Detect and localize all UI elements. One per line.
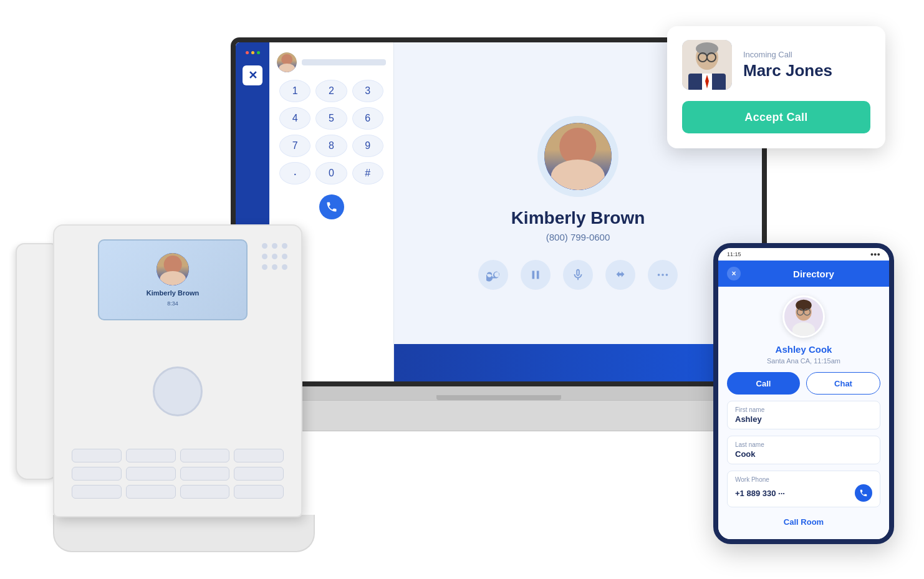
caller-photo [682, 40, 732, 90]
key-5[interactable]: 5 [315, 107, 347, 130]
key-dot[interactable]: · [279, 162, 310, 184]
key-0[interactable]: 0 [315, 162, 347, 184]
key-8[interactable]: 8 [315, 135, 347, 157]
key-6[interactable]: 6 [352, 107, 383, 130]
key-1[interactable]: 1 [279, 80, 310, 102]
phone-key[interactable] [234, 485, 284, 499]
key-3[interactable]: 3 [352, 80, 383, 102]
mobile-first-name-field: First name Ashley [727, 401, 880, 429]
phone-key[interactable] [234, 449, 284, 462]
svg-point-5 [696, 42, 718, 55]
phone-key[interactable] [180, 467, 230, 481]
status-icons: ●●● [870, 251, 880, 257]
caller-info: Incoming Call Marc Jones [743, 50, 870, 80]
call-action-hold[interactable] [521, 260, 551, 290]
key-hash[interactable]: # [352, 162, 383, 184]
last-name-value: Cook [735, 449, 872, 459]
app-logo: ✕ [243, 65, 262, 85]
mobile-contact-name: Ashley Cook [776, 344, 832, 355]
contact-phone: (800) 799-0600 [546, 232, 610, 242]
phone-key[interactable] [180, 485, 230, 499]
mobile-status-bar: 11:15 ●●● [718, 248, 889, 261]
phone-screen: Kimberly Brown 8:34 [98, 239, 248, 320]
phone-key[interactable] [234, 467, 284, 481]
dot-red [246, 51, 249, 54]
caller-name: Marc Jones [743, 62, 870, 80]
mobile-last-name-field: Last name Cook [727, 436, 880, 464]
dialer-name-bar [302, 59, 386, 65]
mobile-chat-button[interactable]: Chat [806, 372, 880, 395]
first-name-label: First name [735, 406, 872, 413]
dot-green [257, 51, 260, 54]
mobile-close-button[interactable]: × [727, 267, 741, 280]
dialer-call-button[interactable] [319, 194, 344, 219]
mobile-action-row: Call Chat [727, 372, 880, 395]
phone-screen-name: Kimberly Brown [147, 289, 199, 297]
phone-body: Kimberly Brown 8:34 [53, 224, 302, 517]
mobile-contact-location: Santa Ana CA, 11:15am [767, 357, 840, 365]
phone-screen-time: 8:34 [167, 300, 178, 307]
work-phone-label: Work Phone [735, 476, 872, 483]
svg-point-2 [666, 274, 668, 276]
key-2[interactable]: 2 [315, 80, 347, 102]
dot-yellow [251, 51, 254, 54]
desk-phone: Kimberly Brown 8:34 [34, 224, 296, 555]
traffic-lights [246, 51, 260, 54]
scene: ✕ 1 2 3 4 5 [0, 0, 924, 579]
contact-avatar [544, 123, 612, 190]
mobile-header-title: Directory [747, 269, 880, 279]
incoming-call-label: Incoming Call [743, 50, 870, 59]
phone-key[interactable] [126, 485, 176, 499]
phone-nav-cluster[interactable] [153, 366, 203, 416]
phone-key[interactable] [72, 449, 122, 462]
phone-big-keypad [72, 449, 284, 499]
key-4[interactable]: 4 [279, 107, 310, 130]
accept-call-button[interactable]: Accept Call [682, 101, 870, 133]
call-action-more[interactable] [648, 260, 678, 290]
dialer-keypad[interactable]: 1 2 3 4 5 6 7 8 9 · 0 # [277, 80, 386, 184]
mobile-header: × Directory [718, 261, 889, 287]
svg-point-14 [796, 300, 812, 311]
dialer-header [277, 52, 386, 72]
last-name-label: Last name [735, 441, 872, 448]
work-phone-row: +1 889 330 ··· [735, 484, 872, 502]
phone-key[interactable] [72, 485, 122, 499]
mobile-directory-card: 11:15 ●●● × Directory [713, 243, 894, 544]
first-name-value: Ashley [735, 414, 872, 424]
status-time: 11:15 [727, 251, 741, 257]
phone-key[interactable] [72, 467, 122, 481]
svg-point-1 [662, 274, 664, 276]
dialer-avatar [277, 52, 297, 72]
screen-footer-bar [394, 344, 762, 381]
phone-keypad-dots [262, 243, 287, 270]
svg-point-0 [658, 274, 660, 276]
phone-screen-avatar [156, 253, 189, 285]
phone-key[interactable] [180, 449, 230, 462]
contact-name: Kimberly Brown [511, 208, 645, 228]
incoming-call-card: Incoming Call Marc Jones Accept Call [667, 26, 885, 148]
mobile-call-room-button[interactable]: Call Room [784, 514, 824, 530]
call-action-voicemail[interactable] [478, 260, 508, 290]
work-phone-call-icon[interactable] [855, 484, 872, 502]
key-7[interactable]: 7 [279, 135, 310, 157]
call-action-transfer[interactable] [605, 260, 635, 290]
mobile-work-phone-field: Work Phone +1 889 330 ··· [727, 471, 880, 507]
incoming-caller-info: Incoming Call Marc Jones [682, 40, 870, 90]
mobile-call-button[interactable]: Call [727, 372, 800, 395]
call-actions [478, 260, 678, 290]
phone-base [53, 515, 315, 552]
svg-point-18 [792, 322, 815, 338]
mobile-contact-avatar [782, 295, 825, 338]
contact-avatar-wrap [537, 116, 618, 197]
phone-key[interactable] [126, 467, 176, 481]
caller-photo-inner [682, 40, 732, 90]
call-action-mute[interactable] [563, 260, 593, 290]
phone-key[interactable] [126, 449, 176, 462]
work-phone-value: +1 889 330 ··· [735, 489, 785, 498]
key-9[interactable]: 9 [352, 135, 383, 157]
mobile-body: Ashley Cook Santa Ana CA, 11:15am Call C… [718, 287, 889, 539]
